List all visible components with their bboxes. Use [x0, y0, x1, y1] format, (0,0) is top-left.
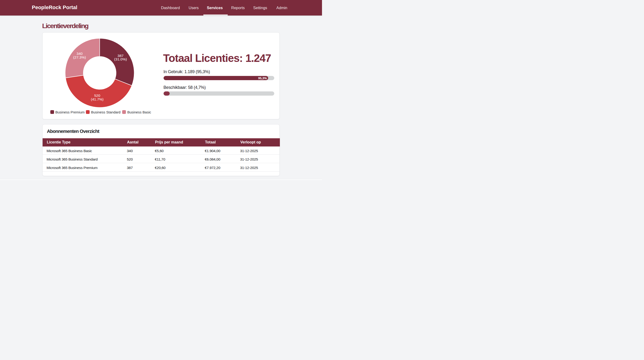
- svg-text:(41.7%): (41.7%): [91, 97, 104, 101]
- svg-text:340: 340: [76, 52, 82, 56]
- svg-text:520: 520: [94, 94, 100, 97]
- svg-text:(31.0%): (31.0%): [114, 57, 127, 61]
- svg-text:(27.3%): (27.3%): [73, 55, 86, 59]
